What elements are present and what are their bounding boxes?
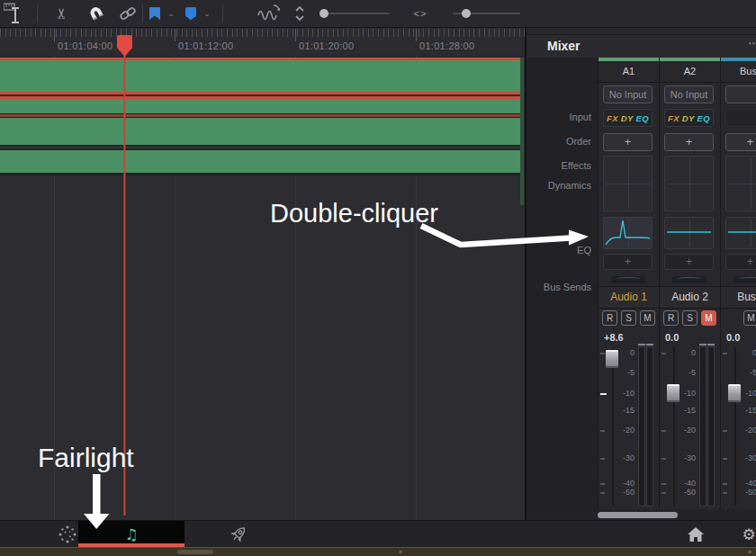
add-effect-button[interactable]: + <box>664 133 714 151</box>
track-name[interactable]: Audio 1 <box>598 286 659 309</box>
dynamics-panel[interactable] <box>725 156 756 211</box>
fader-track[interactable] <box>734 347 736 506</box>
scale-label: -40 <box>680 479 696 488</box>
fader-tick <box>723 458 727 460</box>
add-effect-button[interactable]: + <box>603 133 652 151</box>
flag-icon[interactable] <box>146 0 164 27</box>
snapping-magnet-icon[interactable] <box>86 0 107 27</box>
home-button[interactable] <box>678 521 714 548</box>
level-meter-right <box>646 346 653 507</box>
razor-tool-icon[interactable]: ✂ <box>48 3 75 24</box>
bus-send-button[interactable]: + <box>603 254 652 270</box>
order-button[interactable] <box>725 109 756 127</box>
dynamics-panel[interactable] <box>664 156 714 211</box>
input-button[interactable] <box>725 85 756 103</box>
record-arm-button[interactable]: R <box>663 310 679 326</box>
audio-clip[interactable] <box>0 60 520 92</box>
eq-panel[interactable] <box>603 217 652 249</box>
fader-handle[interactable] <box>667 384 680 402</box>
fader-tick <box>600 430 605 432</box>
fader-level-value[interactable]: 0.0 <box>665 332 679 343</box>
waveform-view-icon[interactable] <box>255 0 285 27</box>
horizontal-zoom-icon[interactable]: <> <box>410 0 431 27</box>
fader-tick <box>723 483 727 485</box>
mute-button[interactable]: M <box>743 310 756 326</box>
marker-color-chevron-icon[interactable]: ⌄ <box>201 0 213 27</box>
solo-button[interactable]: S <box>621 310 636 326</box>
rsm-buttons: R S M <box>660 310 720 328</box>
mixer-options-icon[interactable]: ⋯ <box>748 37 756 49</box>
mixer-horizontal-scrollbar[interactable] <box>598 512 678 518</box>
add-effect-button[interactable]: + <box>725 133 756 151</box>
settings-button[interactable]: ⚙ <box>733 521 756 548</box>
audio-clip[interactable] <box>0 99 520 113</box>
scale-label: -5 <box>680 368 696 377</box>
timecode-label: 01:01:12:00 <box>178 40 233 51</box>
solo-button[interactable]: S <box>682 310 698 326</box>
order-eq-label: EQ <box>636 113 649 123</box>
ruler-major-tick <box>416 29 417 41</box>
fader-tick <box>662 353 666 354</box>
input-button[interactable]: No Input <box>603 85 652 103</box>
gear-icon: ⚙ <box>742 525 755 543</box>
fader-handle[interactable] <box>728 384 741 402</box>
fader-handle[interactable] <box>606 350 618 368</box>
fader-track[interactable] <box>612 347 614 506</box>
track-name[interactable]: Bus 1 <box>721 286 756 309</box>
input-button[interactable]: No Input <box>664 85 714 103</box>
dynamics-panel[interactable] <box>603 156 652 211</box>
mute-button-active[interactable]: M <box>701 310 716 326</box>
marker-icon[interactable] <box>182 0 200 27</box>
scale-label: -30 <box>618 453 634 462</box>
scale-label: 0 <box>741 348 756 357</box>
eq-panel[interactable] <box>664 217 714 249</box>
row-label-order: Order <box>526 136 591 147</box>
scale-label: -10 <box>741 389 756 398</box>
scale-label: -10 <box>680 389 696 398</box>
channel-name[interactable]: A2 <box>660 61 720 83</box>
bus-send-button[interactable]: + <box>725 254 756 270</box>
horizontal-zoom-slider-knob[interactable] <box>462 9 471 18</box>
pan-control[interactable] <box>734 276 756 283</box>
fader-tick <box>723 492 727 494</box>
pan-control[interactable] <box>672 276 706 283</box>
page-navigation-bar: ♫ ⚙ <box>0 520 756 548</box>
flag-color-chevron-icon[interactable]: ⌄ <box>165 0 177 27</box>
timecode-ruler[interactable]: 01:01:04:00 01:01:12:00 01:01:20:00 01:0… <box>0 28 525 57</box>
mute-button[interactable]: M <box>640 310 655 326</box>
vertical-zoom-slider[interactable] <box>324 13 390 14</box>
mixer-header: Mixer ⋯ <box>526 35 756 58</box>
eq-panel[interactable] <box>725 217 756 249</box>
order-button[interactable]: FXDYEQ <box>603 109 652 127</box>
fader-level-value[interactable]: 0.0 <box>726 332 740 343</box>
channel-name[interactable]: Bus1 <box>721 61 756 83</box>
linked-move-icon[interactable] <box>117 0 139 27</box>
track-name[interactable]: Audio 2 <box>660 286 720 309</box>
fairlight-page-tab[interactable]: ♫ <box>78 521 184 548</box>
audio-clip[interactable] <box>0 150 520 173</box>
deliver-page-tab[interactable] <box>220 521 256 548</box>
scale-label: -10 <box>618 389 634 398</box>
order-button[interactable]: FXDYEQ <box>664 109 714 127</box>
channel-name[interactable]: A1 <box>598 61 659 83</box>
audio-clip[interactable] <box>0 118 520 145</box>
row-label-effects: Effects <box>526 160 591 171</box>
scale-label: -5 <box>618 368 634 377</box>
record-arm-button[interactable]: R <box>602 310 617 326</box>
scale-label: -30 <box>741 453 756 462</box>
vertical-zoom-icon[interactable] <box>292 0 308 27</box>
fader-track[interactable] <box>673 347 675 506</box>
fader-tick <box>600 353 605 354</box>
fader-level-value[interactable]: +8.6 <box>604 332 624 343</box>
toolbar-divider <box>142 4 143 22</box>
vertical-zoom-slider-knob[interactable] <box>320 9 328 18</box>
fader-tick <box>662 492 666 494</box>
fader-tick <box>662 430 666 432</box>
scale-label: -5 <box>741 368 756 377</box>
edge-strip-segment <box>177 550 213 554</box>
timecode-label: 01:01:20:00 <box>299 40 354 51</box>
bus-send-button[interactable]: + <box>664 254 714 270</box>
pan-control[interactable] <box>611 276 645 283</box>
timeline-toolbar: ✂ ⌄ ⌄ <box>0 0 756 28</box>
range-selection-tool-icon[interactable] <box>0 0 31 27</box>
